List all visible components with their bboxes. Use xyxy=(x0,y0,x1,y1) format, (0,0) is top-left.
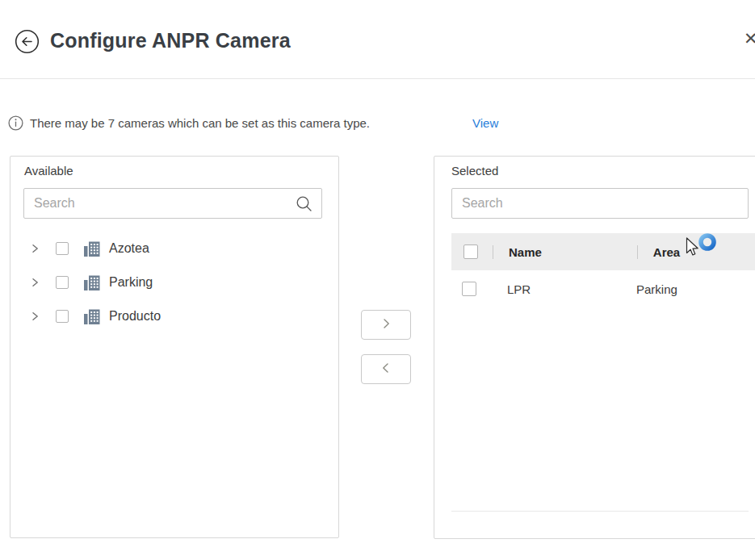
site-building-icon xyxy=(83,308,101,325)
column-divider xyxy=(637,245,638,259)
available-panel: Available xyxy=(10,156,339,538)
selected-search[interactable] xyxy=(451,188,749,219)
column-divider xyxy=(493,245,493,259)
available-search-input[interactable] xyxy=(24,189,296,218)
row-checkbox[interactable] xyxy=(462,282,476,296)
chevron-left-icon xyxy=(380,361,392,378)
chevron-right-icon[interactable] xyxy=(30,278,40,287)
close-button[interactable]: ✕ xyxy=(744,30,755,47)
info-message: There may be 7 cameras which can be set … xyxy=(30,116,370,130)
select-all-checkbox[interactable] xyxy=(463,244,478,259)
page-title: Configure ANPR Camera xyxy=(50,29,291,52)
row-name-cell: LPR xyxy=(507,282,619,296)
table-row[interactable]: LPR Parking xyxy=(451,270,755,307)
back-button[interactable] xyxy=(15,29,40,54)
selected-search-input[interactable] xyxy=(452,189,748,218)
tree-item-label[interactable]: Producto xyxy=(109,309,161,324)
search-icon[interactable] xyxy=(296,195,312,212)
chevron-right-icon[interactable] xyxy=(30,311,40,321)
column-header-area[interactable]: Area xyxy=(653,245,680,259)
tree-item-azotea[interactable]: Azotea xyxy=(10,232,338,265)
back-arrow-icon xyxy=(15,43,40,56)
available-search[interactable] xyxy=(23,188,322,219)
selected-panel: Selected Name Area LPR Parking xyxy=(434,156,755,539)
site-building-icon xyxy=(83,240,101,257)
chevron-right-icon[interactable] xyxy=(30,244,40,253)
header-divider xyxy=(0,78,755,79)
mouse-cursor-icon xyxy=(686,237,702,261)
move-to-available-button[interactable] xyxy=(361,354,411,384)
tree-item-label[interactable]: Azotea xyxy=(109,241,149,256)
site-building-icon xyxy=(83,274,101,291)
chevron-right-icon xyxy=(380,317,392,333)
move-to-selected-button[interactable] xyxy=(361,310,411,340)
table-footer-divider xyxy=(451,511,749,512)
configure-anpr-camera-dialog: { "header": { "title": "Configure ANPR C… xyxy=(0,0,755,560)
tree-item-label[interactable]: Parking xyxy=(109,275,153,290)
tree-item-producto[interactable]: Producto xyxy=(10,299,338,333)
available-label: Available xyxy=(24,164,73,178)
tree-item-checkbox[interactable] xyxy=(56,310,69,323)
tree-item-parking[interactable]: Parking xyxy=(10,265,338,299)
view-link[interactable]: View xyxy=(472,116,498,130)
available-tree: Azotea Parking xyxy=(10,232,338,333)
info-icon xyxy=(8,115,23,134)
column-header-name[interactable]: Name xyxy=(509,245,542,259)
tree-item-checkbox[interactable] xyxy=(56,242,69,255)
row-area-cell: Parking xyxy=(636,282,677,296)
tree-item-checkbox[interactable] xyxy=(56,276,69,289)
selected-label: Selected xyxy=(451,164,498,178)
